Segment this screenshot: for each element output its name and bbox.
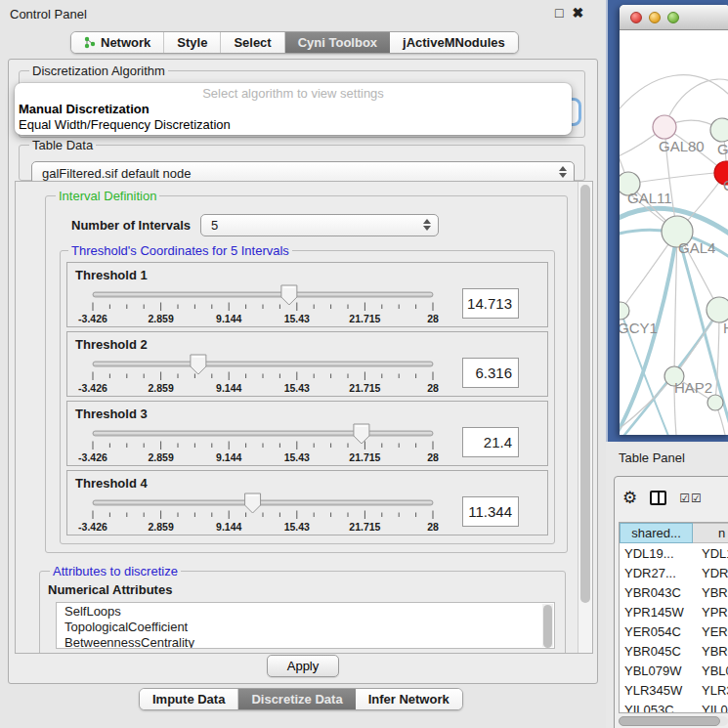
number-of-intervals-combobox[interactable]: 5 [200,214,439,236]
svg-text:21.715: 21.715 [349,382,380,394]
combobox-stepper-icon [423,219,431,231]
cyni-mode-tabbar: Impute Data Discretize Data Infer Networ… [139,688,463,710]
vertical-scrollbar[interactable] [578,182,592,653]
network-node[interactable] [653,115,676,139]
column-header-shared-name[interactable]: shared... [620,523,693,543]
algorithm-dropdown-popup: Select algorithm to view settings Manual… [15,83,572,135]
thresholds-coordinates-title: Threshold's Coordinates for 5 Intervals [68,243,292,258]
svg-text:15.43: 15.43 [284,382,310,394]
table-row[interactable]: YIL053CYIL0 [620,700,728,713]
table-row[interactable]: YBR045CYBR0 [620,641,728,661]
threshold-label: Threshold 4 [75,476,539,491]
table-horizontal-scrollbar[interactable] [619,716,728,726]
tab-label: Infer Network [368,692,450,707]
threshold-panel: Threshold 4-3.4262.8599.14415.4321.71528… [66,470,548,535]
tab-style[interactable]: Style [164,32,221,53]
number-of-intervals-label: Number of Intervals [71,218,191,233]
menu-item-manual-discretization[interactable]: Manual Discretization [15,102,572,117]
network-node[interactable] [707,395,723,410]
table-row[interactable]: YLR345WYLR3 [620,680,728,700]
attributes-to-discretize-title: Attributes to discretize [50,564,181,578]
svg-text:2.859: 2.859 [148,521,173,533]
threshold-value-field[interactable]: 11.344 [462,496,519,527]
tab-label: Network [101,35,150,50]
threshold-slider[interactable]: -3.4262.8599.14415.4321.71528 [75,422,450,465]
tab-label: Impute Data [152,692,225,707]
network-canvas[interactable]: GAL80GALCGAL11GAL4GCY1HHAP2 [620,30,728,435]
node-label: HAP2 [674,379,712,396]
threshold-value-field[interactable]: 14.713 [462,288,519,319]
table-row[interactable]: YBL079WYBL0 [620,661,728,680]
gear-icon[interactable]: ⚙ [622,490,637,506]
node-label: GAL11 [627,190,672,206]
table-data-group: Table Data galFiltered.sif default node [19,138,585,181]
list-item[interactable]: TopologicalCoefficient [64,620,554,635]
tab-label: Select [234,35,271,50]
tab-network[interactable]: Network [71,32,164,53]
tab-label: Style [177,35,207,50]
table-row[interactable]: YER054CYER0 [620,621,728,641]
threshold-list: Threshold 1-3.4262.8599.14415.4321.71528… [64,262,550,535]
svg-text:28: 28 [427,382,439,394]
network-node[interactable] [620,302,629,320]
select-checkboxes-icon[interactable]: ☑☑ [679,492,703,505]
node-label: H [723,320,728,336]
table-panel: ⚙ ☑☑ shared... n YDL19...YDL1YDR27...YDR… [614,476,728,728]
tab-label: jActiveMNodules [403,35,505,50]
threshold-label: Threshold 2 [75,337,539,352]
network-graph: GAL80GALCGAL11GAL4GCY1HHAP2 [620,30,728,435]
list-item[interactable]: SelfLoops [64,604,554,620]
close-window-icon[interactable]: ✖ [572,5,583,21]
table-panel-title: Table Panel [619,450,685,465]
scrollbar-thumb[interactable] [619,716,720,726]
table-row[interactable]: YBR043CYBR0 [620,582,728,602]
tab-discretize-data[interactable]: Discretize Data [238,689,355,709]
numerical-attributes-list[interactable]: SelfLoopsTopologicalCoefficientBetweenne… [56,602,555,649]
tab-infer-network[interactable]: Infer Network [356,689,462,709]
threshold-value-field[interactable]: 21.4 [462,427,519,457]
threshold-slider[interactable]: -3.4262.8599.14415.4321.71528 [75,492,450,535]
attributes-to-discretize-group: Attributes to discretize Numerical Attri… [39,564,566,653]
threshold-slider[interactable]: -3.4262.8599.14415.4321.71528 [75,353,450,396]
tab-cyni-toolbox[interactable]: Cyni Toolbox [285,32,390,53]
network-node[interactable] [710,118,728,142]
list-item[interactable]: BetweennessCentrality [64,635,554,649]
table-row[interactable]: YDR27...YDR2 [620,563,728,582]
tab-impute-data[interactable]: Impute Data [140,689,238,709]
apply-button[interactable]: Apply [267,655,340,677]
scrollbar-thumb[interactable] [580,185,590,603]
threshold-value-field[interactable]: 6.316 [462,358,519,388]
threshold-panel: Threshold 3-3.4262.8599.14415.4321.71528… [66,401,548,466]
threshold-slider[interactable]: -3.4262.8599.14415.4321.71528 [75,283,450,326]
svg-text:-3.426: -3.426 [78,382,107,394]
tab-select[interactable]: Select [221,32,284,53]
network-window[interactable]: GAL80GALCGAL11GAL4GCY1HHAP2 [620,5,728,435]
float-window-icon[interactable]: □ [555,5,563,21]
svg-text:-3.426: -3.426 [78,313,107,324]
svg-text:28: 28 [427,521,439,533]
algorithm-placeholder-item[interactable]: Select algorithm to view settings [15,85,572,102]
thresholds-coordinates-group: Threshold's Coordinates for 5 Intervals … [60,243,555,544]
svg-text:15.43: 15.43 [284,451,310,463]
svg-text:15.43: 15.43 [284,521,310,533]
column-view-icon[interactable] [650,491,666,505]
zoom-traffic-light-icon[interactable] [667,12,679,23]
list-scrollbar[interactable] [542,604,553,647]
node-label: GAL80 [659,138,705,154]
tab-jactivemnodules[interactable]: jActiveMNodules [390,32,518,53]
table-row[interactable]: YPR145WYPR1 [620,602,728,621]
table-row[interactable]: YDL19...YDL1 [620,543,728,563]
interval-definition-title: Interval Definition [56,189,159,203]
settings-scroll-area: Interval Definition Number of Intervals … [15,181,593,654]
minimize-traffic-light-icon[interactable] [649,12,661,23]
column-header-name[interactable]: n [693,523,728,543]
threshold-panel: Threshold 2-3.4262.8599.14415.4321.71528… [66,331,548,397]
table-data-group-title: Table Data [29,138,96,152]
menu-item-equal-width-frequency[interactable]: Equal Width/Frequency Discretization [15,117,572,133]
node-label: C [723,177,728,193]
network-view-area: GAL80GALCGAL11GAL4GCY1HHAP2 [606,0,728,442]
interval-definition-group: Interval Definition Number of Intervals … [45,189,568,553]
close-traffic-light-icon[interactable] [630,12,642,23]
svg-text:2.859: 2.859 [148,451,173,463]
threshold-label: Threshold 1 [75,268,539,282]
